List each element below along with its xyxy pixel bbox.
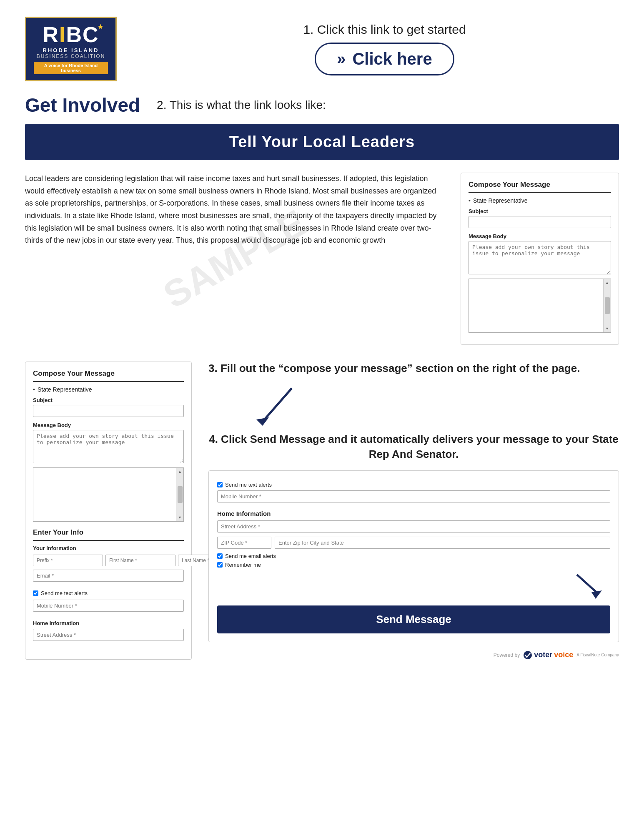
subject-input[interactable] bbox=[469, 216, 611, 228]
logo-tagline: A voice for Rhode Island business bbox=[34, 62, 108, 74]
step1-label: 1. Click this link to get started bbox=[150, 23, 619, 37]
recipient-label: State Representative bbox=[473, 197, 528, 204]
arrow-icon bbox=[250, 384, 300, 426]
scrollbar-left[interactable]: ▲ ▼ bbox=[176, 468, 183, 521]
click-here-button[interactable]: » Click here bbox=[315, 43, 454, 75]
remember-label: Remember me bbox=[225, 562, 261, 568]
arrow-send-icon bbox=[569, 570, 602, 600]
zip-row bbox=[217, 537, 610, 549]
text-alerts-row: Send me text alerts bbox=[33, 590, 184, 596]
votervoice-icon bbox=[523, 651, 532, 660]
logo-ri: RHODE ISLAND bbox=[34, 47, 108, 53]
recipient-label-left: State Representative bbox=[38, 386, 92, 393]
main-content: Local leaders are considering legislatio… bbox=[25, 173, 619, 345]
mobile-right-input[interactable] bbox=[217, 490, 610, 502]
compose-recipient-left: • State Representative bbox=[33, 386, 184, 393]
text-alerts-right-checkbox[interactable] bbox=[217, 482, 223, 487]
get-involved-row: Get Involved 2. This is what the link lo… bbox=[25, 94, 619, 116]
svg-marker-3 bbox=[591, 590, 602, 599]
send-message-button[interactable]: Send Message bbox=[217, 605, 610, 633]
home-info-right-label: Home Information bbox=[217, 510, 610, 517]
message-body-left[interactable] bbox=[33, 430, 184, 463]
chevrons-icon: » bbox=[337, 50, 346, 68]
message-scrollable-left: ▲ ▼ bbox=[33, 467, 184, 522]
right-form-box: Send me text alerts Home Information Sen… bbox=[208, 470, 619, 642]
text-alerts-right-label: Send me text alerts bbox=[225, 482, 272, 488]
scroll-down-left-icon[interactable]: ▼ bbox=[178, 515, 182, 520]
powered-by-label: Powered by bbox=[494, 652, 520, 658]
body-label: Message Body bbox=[469, 233, 611, 239]
logo: ★ RIBC RHODE ISLAND BUSINESS COALITION A… bbox=[25, 17, 117, 81]
voice-label: voice bbox=[554, 651, 573, 659]
subject-label-left: Subject bbox=[33, 397, 184, 403]
name-row bbox=[33, 555, 184, 566]
click-here-label: Click here bbox=[352, 50, 432, 68]
voter-label: voter bbox=[534, 651, 552, 659]
street-right-input[interactable] bbox=[217, 520, 610, 533]
zip-input[interactable] bbox=[217, 537, 271, 549]
subject-input-left[interactable] bbox=[33, 405, 184, 417]
header-row: ★ RIBC RHODE ISLAND BUSINESS COALITION A… bbox=[25, 17, 619, 81]
subject-label: Subject bbox=[469, 208, 611, 214]
city-state-input[interactable] bbox=[275, 537, 610, 549]
header-right: 1. Click this link to get started » Clic… bbox=[150, 23, 619, 75]
body-label-left: Message Body bbox=[33, 422, 184, 428]
bottom-section: Compose Your Message • State Representat… bbox=[25, 362, 619, 660]
scroll-thumb-left[interactable] bbox=[178, 486, 183, 503]
email-alerts-label: Send me email alerts bbox=[225, 553, 276, 559]
step2-label: 2. This is what the link looks like: bbox=[157, 98, 326, 112]
banner: Tell Your Local Leaders bbox=[25, 124, 619, 160]
scroll-down-icon[interactable]: ▼ bbox=[605, 327, 609, 331]
star-icon: ★ bbox=[97, 22, 104, 31]
banner-title: Tell Your Local Leaders bbox=[42, 133, 602, 151]
scroll-thumb[interactable] bbox=[605, 297, 610, 314]
article-paragraph: Local leaders are considering legislatio… bbox=[25, 173, 444, 247]
compose-box-left: Compose Your Message • State Representat… bbox=[25, 362, 192, 660]
email-input[interactable] bbox=[33, 570, 184, 582]
right-instructions: 3. Fill out the “compose your message” s… bbox=[208, 362, 619, 660]
svg-marker-1 bbox=[256, 417, 269, 426]
compose-recipient: • State Representative bbox=[469, 197, 611, 204]
svg-line-0 bbox=[263, 388, 292, 422]
compose-title-left: Compose Your Message bbox=[33, 369, 184, 382]
first-name-input[interactable] bbox=[105, 555, 175, 566]
article-text: Local leaders are considering legislatio… bbox=[25, 173, 444, 345]
street-input[interactable] bbox=[33, 629, 184, 641]
mobile-input[interactable] bbox=[33, 600, 184, 612]
message-body-scrollable: ▲ ▼ bbox=[469, 279, 611, 333]
text-alerts-right-row: Send me text alerts bbox=[217, 482, 610, 488]
remember-row: Remember me bbox=[217, 562, 610, 568]
bullet-icon: • bbox=[469, 197, 471, 204]
text-alerts-label: Send me text alerts bbox=[41, 590, 88, 596]
step3-text: 3. Fill out the “compose your message” s… bbox=[208, 362, 619, 376]
step4-text: 4. Click Send Message and it automatical… bbox=[208, 432, 619, 462]
remember-checkbox[interactable] bbox=[217, 562, 223, 568]
fiscal-note-text: A FiscalNote Company bbox=[576, 653, 619, 657]
scroll-up-icon[interactable]: ▲ bbox=[605, 281, 609, 285]
prefix-input[interactable] bbox=[33, 555, 103, 566]
compose-title: Compose Your Message bbox=[469, 181, 611, 193]
fiscal-note-label: A FiscalNote Company bbox=[576, 653, 619, 657]
your-info-label: Your Information bbox=[33, 545, 184, 551]
logo-bc: BUSINESS COALITION bbox=[34, 53, 108, 59]
message-body-input[interactable] bbox=[469, 241, 611, 274]
email-alerts-row: Send me email alerts bbox=[217, 553, 610, 559]
svg-line-2 bbox=[577, 575, 598, 593]
enter-info-title: Enter Your Info bbox=[33, 528, 184, 541]
compose-box-right: Compose Your Message • State Representat… bbox=[461, 173, 619, 345]
page-title: Get Involved bbox=[25, 94, 140, 116]
scroll-up-left-icon[interactable]: ▲ bbox=[178, 470, 182, 474]
bullet-icon-left: • bbox=[33, 386, 35, 393]
footer: Powered by votervoice A FiscalNote Compa… bbox=[208, 651, 619, 660]
scrollbar[interactable]: ▲ ▼ bbox=[603, 279, 611, 332]
email-alerts-checkbox[interactable] bbox=[217, 553, 223, 559]
home-info-label: Home Information bbox=[33, 620, 184, 626]
text-alerts-checkbox[interactable] bbox=[33, 590, 38, 596]
